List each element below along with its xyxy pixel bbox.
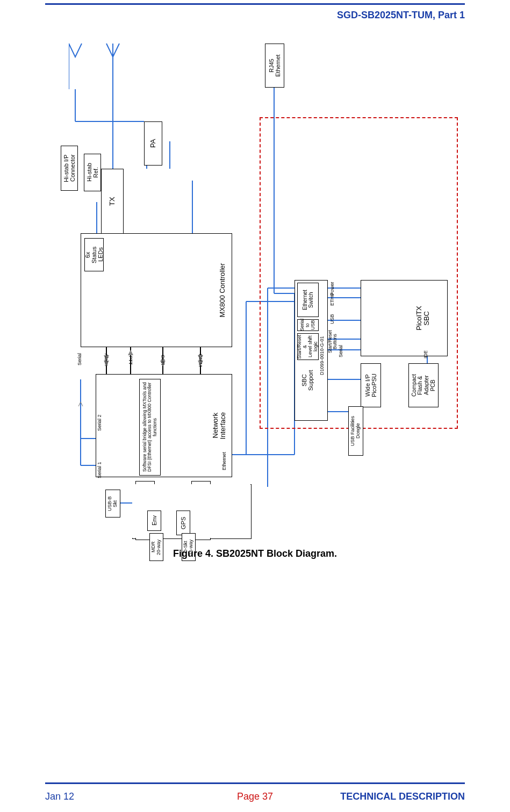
block-diagram: Hi-stab I/PConnector Hi-stabRef. TX RX P… — [69, 30, 461, 546]
mx800-status-leds: 6xStatusLEDs — [84, 238, 104, 271]
label-serial-port: Serial — [337, 345, 345, 363]
label-alarm: Alarm — [102, 348, 110, 372]
mx800-controller: MX800 Controller 6xStatusLEDs — [81, 233, 232, 347]
gps-block: GPS — [176, 511, 190, 535]
env-block: Env — [147, 511, 161, 531]
label-serial2: Serial 2 — [96, 406, 104, 431]
wide-ip-picopsu: Wide I/PPicoPSU — [361, 363, 381, 407]
label-start-reset-buttons: Start/ResetButtons — [329, 330, 336, 354]
label-ethernet: Ethernet — [220, 447, 229, 475]
label-usb: USB — [329, 314, 336, 330]
label-cor: COR — [159, 348, 166, 372]
sbc-support-part: D1099-0010-G-01 — [319, 324, 326, 388]
hi-stab-ref: Hi-stabRef. — [84, 154, 101, 191]
label-serial1: Serial 1 — [96, 454, 104, 478]
label-serial: Serial — [76, 348, 84, 370]
usb-facilities-dongle: USB FacilitiesDongle — [348, 406, 363, 456]
tx-block: TX — [101, 169, 124, 234]
figure-caption: Figure 4. SB2025NT Block Diagram. — [0, 548, 510, 559]
serial-to-usb: Serial to USB — [297, 319, 319, 331]
compact-flash-adapter: CompactFlash &AdapterPCB — [408, 363, 439, 407]
ethernet-switch: EthernetSwitch — [297, 283, 319, 317]
label-ide: IDE — [422, 347, 430, 361]
network-interface: Network Interface Software serial bridge… — [96, 374, 232, 477]
label-ptt: PTT — [126, 348, 134, 372]
rj45-ethernet: RJ45Ethernet — [265, 44, 284, 88]
picoitx-sbc: PicoITXSBC — [361, 280, 448, 356]
usb-b-socket: USB-BSkt — [105, 490, 120, 518]
sbc-support-board: EthernetSwitch Serial to USB Start/Reset… — [294, 280, 328, 421]
hi-stab-ip-connector: Hi-stab I/PConnector — [61, 146, 78, 191]
footer-section: TECHNICAL DESCRIPTION — [340, 791, 465, 802]
sbc-support-label: SBCSupport — [297, 364, 318, 397]
label-c4fm: C4FM — [196, 348, 204, 372]
network-sw-bridge: Software serial bridge allowing MXTools … — [139, 379, 161, 476]
start-reset-logic: Start/Reset &Level shiftlogic — [297, 333, 319, 360]
pa-block: PA — [144, 121, 162, 166]
header-title: SGD-SB2025NT-TUM, Part 1 — [337, 10, 465, 21]
label-eth0: ETH0 — [329, 293, 336, 312]
